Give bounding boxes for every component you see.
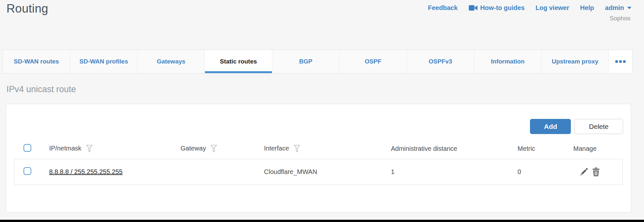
tab-ospfv3[interactable]: OSPFv3 xyxy=(407,50,474,73)
tab-sd-wan-profiles[interactable]: SD-WAN profiles xyxy=(70,50,137,73)
column-header-ip-netmask: IP/netmask xyxy=(49,139,181,159)
video-camera-icon xyxy=(469,5,477,11)
table-row: 8.8.8.8 / 255.255.255.255 Cloudflare_MWA… xyxy=(14,159,623,185)
select-all-checkbox[interactable] xyxy=(24,144,31,152)
more-tabs-icon xyxy=(619,60,622,63)
delete-button[interactable]: Delete xyxy=(574,119,623,134)
more-tabs-icon xyxy=(615,60,618,63)
admin-menu[interactable]: admin xyxy=(605,4,632,12)
top-nav: Feedback How-to guides Log viewer Help a… xyxy=(428,4,632,12)
route-interface-cell: Cloudflare_MWAN xyxy=(264,159,391,185)
filter-icon[interactable] xyxy=(86,145,93,153)
filter-icon[interactable] xyxy=(210,145,217,153)
static-routes-card: Add Delete IP/netmask Gateway Inte xyxy=(6,104,631,213)
table-header-row: IP/netmask Gateway Interface Administrat… xyxy=(14,139,623,159)
more-tabs-button[interactable] xyxy=(609,50,632,73)
admin-menu-label: admin xyxy=(605,4,624,12)
column-header-administrative-distance: Administrative distance xyxy=(391,139,518,159)
brand-label: Sophos xyxy=(610,15,630,22)
route-ip-netmask-link[interactable]: 8.8.8.8 / 255.255.255.255 xyxy=(49,168,123,175)
feedback-link-label: Feedback xyxy=(428,4,457,12)
howto-guides-label: How-to guides xyxy=(480,4,525,12)
tab-gateways[interactable]: Gateways xyxy=(137,50,205,73)
column-header-gateway: Gateway xyxy=(181,139,264,159)
column-header-interface: Interface xyxy=(264,139,391,159)
window-bottom-edge xyxy=(0,220,644,222)
tab-bgp[interactable]: BGP xyxy=(272,50,339,73)
row-manage-actions xyxy=(573,168,623,176)
routes-table: IP/netmask Gateway Interface Administrat… xyxy=(14,139,623,185)
tab-static-routes[interactable]: Static routes xyxy=(205,50,272,73)
column-header-manage: Manage xyxy=(573,139,623,159)
chevron-down-icon xyxy=(627,6,632,9)
route-administrative-distance-cell: 1 xyxy=(391,159,518,185)
tab-sd-wan-routes[interactable]: SD-WAN routes xyxy=(3,50,70,73)
section-heading: IPv4 unicast route xyxy=(6,84,76,94)
edit-icon[interactable] xyxy=(580,168,588,176)
howto-guides-link[interactable]: How-to guides xyxy=(469,4,525,12)
route-metric-cell: 0 xyxy=(518,159,573,185)
help-link-label: Help xyxy=(580,4,594,12)
row-checkbox[interactable] xyxy=(24,167,31,175)
tab-bar: SD-WAN routes SD-WAN profiles Gateways S… xyxy=(3,50,632,73)
delete-icon[interactable] xyxy=(592,168,600,176)
route-gateway-cell xyxy=(181,159,264,185)
page-title: Routing xyxy=(6,2,48,15)
table-toolbar: Add Delete xyxy=(530,119,623,134)
feedback-link[interactable]: Feedback xyxy=(428,4,457,12)
add-button[interactable]: Add xyxy=(530,119,571,134)
tab-information[interactable]: Information xyxy=(474,50,541,73)
tab-upstream-proxy[interactable]: Upstream proxy xyxy=(541,50,609,73)
tab-ospf[interactable]: OSPF xyxy=(339,50,407,73)
filter-icon[interactable] xyxy=(293,145,300,153)
log-viewer-label: Log viewer xyxy=(535,4,569,12)
help-link[interactable]: Help xyxy=(580,4,594,12)
column-header-metric: Metric xyxy=(518,139,573,159)
more-tabs-icon xyxy=(623,60,626,63)
log-viewer-link[interactable]: Log viewer xyxy=(535,4,569,12)
